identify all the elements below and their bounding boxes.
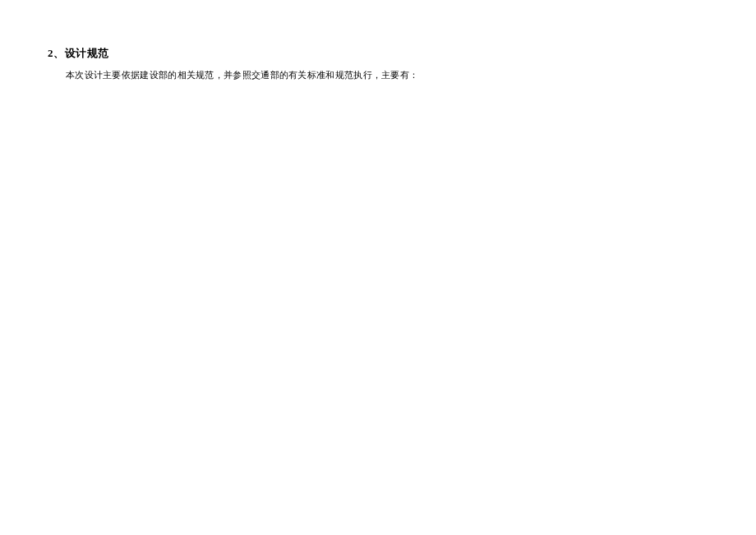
paragraph-text: 本次设计主要依据建设部的相关规范，并参照交通部的有关标准和规范执行，主要有： — [48, 69, 756, 81]
document-content: 2、设计规范 本次设计主要依据建设部的相关规范，并参照交通部的有关标准和规范执行… — [0, 0, 756, 81]
section-heading: 2、设计规范 — [48, 46, 756, 61]
